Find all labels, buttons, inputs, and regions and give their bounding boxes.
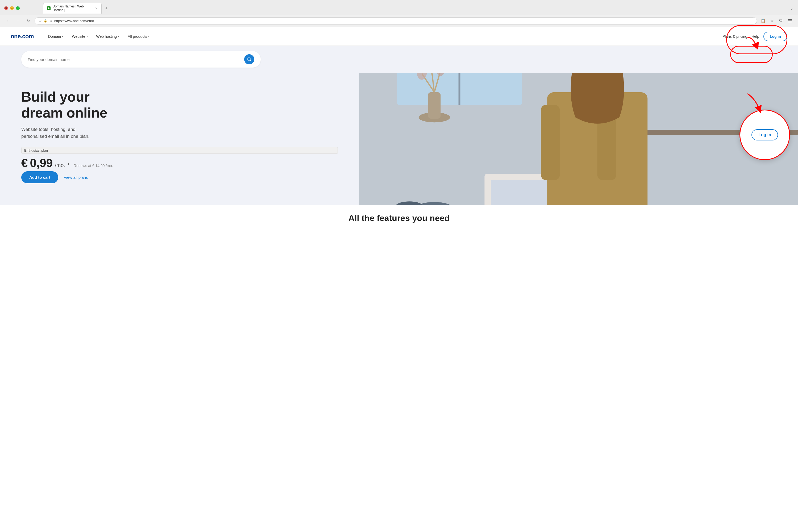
site-info-icon: ⊕ <box>50 19 52 23</box>
nav-allproducts-label: All products <box>128 34 147 39</box>
browser-titlebar: ✕ − + Domain Names | Web Hosting | ✕ + ⌄ <box>0 0 798 15</box>
active-tab[interactable]: Domain Names | Web Hosting | ✕ <box>43 3 101 14</box>
login-circle-button[interactable]: Log in <box>752 129 778 140</box>
tab-close-button[interactable]: ✕ <box>95 7 98 10</box>
nav-item-domain[interactable]: Domain ▾ <box>44 32 67 41</box>
nav-right-items: Plans & pricing Help Log in <box>722 32 787 41</box>
add-to-cart-button[interactable]: Add to cart <box>21 171 58 183</box>
hero-title-line1: Build your <box>21 89 90 104</box>
price-value: 0,99 <box>30 156 53 170</box>
svg-line-1 <box>250 60 251 61</box>
bookmark-icon[interactable]: ☆ <box>768 17 776 24</box>
help-link[interactable]: Help <box>752 34 759 39</box>
traffic-lights: ✕ − + <box>4 6 20 10</box>
bottom-section: All the features you need <box>0 205 798 228</box>
search-input-wrap <box>21 51 261 68</box>
domain-search-button[interactable] <box>244 54 254 64</box>
nav-menu: Domain ▾ Website ▾ Web hosting ▾ All pro… <box>44 32 722 41</box>
browser-navigation-bar: ← → ↻ 🛡 🔒 ⊕ https://www.one.com/en/# 📋 ☆… <box>0 15 798 27</box>
new-tab-button[interactable]: + <box>103 4 110 12</box>
nav-item-website[interactable]: Website ▾ <box>68 32 91 41</box>
back-button[interactable]: ← <box>4 17 12 25</box>
reader-view-icon[interactable]: 📋 <box>759 17 766 24</box>
window-control-dropdown[interactable]: ⌄ <box>790 5 794 11</box>
url-text: https://www.one.com/en/# <box>54 19 753 23</box>
address-bar[interactable]: 🛡 🔒 ⊕ https://www.one.com/en/# <box>35 17 757 24</box>
close-window-button[interactable]: ✕ <box>4 6 8 10</box>
site-logo[interactable]: one.com <box>11 33 34 40</box>
tab-title-text: Domain Names | Web Hosting | <box>53 4 93 12</box>
minimize-window-button[interactable]: − <box>10 6 14 10</box>
hero-title: Build your dream online <box>21 89 338 121</box>
login-button-navbar[interactable]: Log in <box>763 32 787 41</box>
forward-button[interactable]: → <box>14 17 22 25</box>
nav-webhosting-label: Web hosting <box>96 34 117 39</box>
hero-search-bar <box>0 46 798 73</box>
browser-chrome: ✕ − + Domain Names | Web Hosting | ✕ + ⌄… <box>0 0 798 27</box>
lock-icon: 🔒 <box>44 19 48 23</box>
domain-search-input[interactable] <box>28 57 244 62</box>
browser-nav-right: 📋 ☆ 🛡 <box>759 17 794 24</box>
hero-image-bg: Log in <box>359 67 798 205</box>
price-symbol: € <box>21 156 28 170</box>
price-asterisk: * <box>67 162 70 168</box>
scene-svg <box>359 67 798 205</box>
hero-price: € 0,99 /mo. * Renews at € 14,99 /mo. <box>21 156 338 170</box>
bottom-hint-text: All the features you need <box>21 213 777 223</box>
search-icon <box>247 57 251 61</box>
nav-domain-label: Domain <box>48 34 61 39</box>
plan-badge: Enthusiast plan <box>21 147 338 154</box>
hero-title-line2: dream online <box>21 105 108 120</box>
plans-pricing-link[interactable]: Plans & pricing <box>722 34 747 39</box>
menu-button[interactable] <box>786 17 794 24</box>
nav-item-allproducts[interactable]: All products ▾ <box>124 32 153 41</box>
hero-section: Build your dream online Website tools, h… <box>0 46 798 205</box>
nav-website-chevron-icon: ▾ <box>87 35 88 38</box>
nav-website-label: Website <box>72 34 85 39</box>
maximize-window-button[interactable]: + <box>16 6 20 10</box>
navbar: one.com Domain ▾ Website ▾ Web hosting ▾… <box>0 27 798 46</box>
svg-rect-38 <box>541 105 560 180</box>
renews-text: Renews at € 14,99 /mo. <box>74 164 113 168</box>
tab-favicon-icon <box>47 6 51 10</box>
price-unit: /mo. <box>55 162 65 168</box>
security-icon: 🛡 <box>39 19 41 22</box>
nav-item-webhosting[interactable]: Web hosting ▾ <box>93 32 123 41</box>
refresh-button[interactable]: ↻ <box>24 17 33 25</box>
view-all-plans-button[interactable]: View all plans <box>63 175 88 179</box>
hero-subtitle: Website tools, hosting, andpersonalised … <box>21 126 338 140</box>
shield-icon[interactable]: 🛡 <box>777 17 785 24</box>
nav-domain-chevron-icon: ▾ <box>62 35 63 38</box>
nav-webhosting-chevron-icon: ▾ <box>118 35 119 38</box>
nav-allproducts-chevron-icon: ▾ <box>148 35 150 38</box>
hero-image: Log in <box>359 67 798 205</box>
hero-text: Build your dream online Website tools, h… <box>0 67 359 205</box>
website: one.com Domain ▾ Website ▾ Web hosting ▾… <box>0 27 798 228</box>
browser-tabs: Domain Names | Web Hosting | ✕ + <box>39 3 114 14</box>
hero-actions: Add to cart View all plans <box>21 171 338 183</box>
svg-rect-20 <box>428 92 440 119</box>
login-circle-popup: Log in <box>740 110 790 160</box>
